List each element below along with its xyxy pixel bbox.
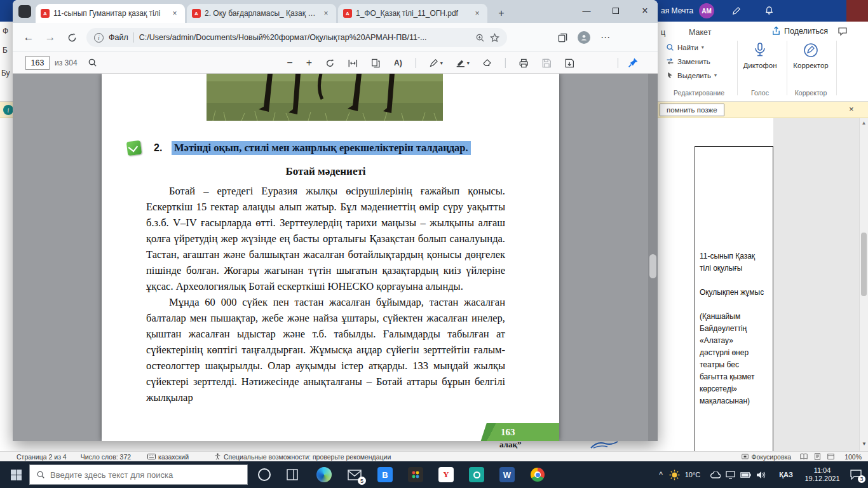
selected-task-text[interactable]: Мәтінді оқып, стилі мен жанрлық ерекшелі… xyxy=(172,141,471,155)
favorite-star-icon[interactable] xyxy=(490,33,499,43)
more-menu-icon[interactable]: ⋯ xyxy=(596,28,615,47)
new-tab-button[interactable]: + xyxy=(494,6,508,20)
chrome-taskbar-icon[interactable] xyxy=(524,461,552,488)
word-scrollbar[interactable]: ▲ ▼ xyxy=(859,118,868,451)
status-page-count[interactable]: Страница 2 из 4 xyxy=(17,453,67,461)
clock[interactable]: 11:04 19.12.2021 xyxy=(799,461,845,488)
mail-taskbar-icon[interactable]: 5 xyxy=(341,461,369,488)
collections-icon[interactable] xyxy=(553,28,572,47)
share-button[interactable]: Поделиться xyxy=(771,26,828,36)
ribbon-tab-fragment[interactable]: ц xyxy=(661,28,665,37)
address-url[interactable]: C:/Users/admin/Documents/Новый%20формат/… xyxy=(139,33,470,42)
yandex-taskbar-icon[interactable]: Y xyxy=(432,461,460,488)
start-button[interactable] xyxy=(5,461,27,488)
draw-pen-icon[interactable]: ▾ xyxy=(430,58,443,67)
maximize-window-button[interactable] xyxy=(604,0,628,22)
ribbon-tab-layout[interactable]: Макет xyxy=(689,28,711,37)
page-view-icon[interactable] xyxy=(371,58,381,68)
cortana-icon[interactable] xyxy=(252,461,277,488)
zoom-out-icon[interactable]: − xyxy=(287,57,292,69)
eraser-icon[interactable] xyxy=(483,58,492,67)
close-window-button[interactable]: × xyxy=(633,0,657,22)
scroll-down-icon[interactable]: ▼ xyxy=(860,441,868,447)
zoom-level[interactable]: 100% xyxy=(844,453,862,461)
account-avatar[interactable]: AM xyxy=(699,3,714,18)
workspace-icon[interactable] xyxy=(18,5,31,18)
profile-avatar[interactable] xyxy=(574,28,593,47)
browser-tab-2[interactable]: A 2. Оқу бағдарламасы_ Қазақ тіл × xyxy=(187,4,336,23)
weather-temp[interactable]: 10°C xyxy=(681,461,704,488)
monitor-icon[interactable] xyxy=(723,461,737,488)
dictate-button[interactable]: Диктофон xyxy=(737,42,783,69)
highlighter-icon[interactable]: ▾ xyxy=(456,58,470,67)
status-word-count[interactable]: Число слов: 372 xyxy=(81,453,131,461)
weather-icon[interactable] xyxy=(667,461,681,488)
speaker-icon[interactable] xyxy=(754,461,768,488)
refresh-button[interactable] xyxy=(62,28,81,47)
replace-button[interactable]: Заменить xyxy=(666,57,710,65)
status-language[interactable]: казахский xyxy=(147,453,189,461)
browser-tab-1[interactable]: A 11-сынып Гуманитар қазақ тілі × xyxy=(36,4,185,23)
select-button[interactable]: Выделить ▾ xyxy=(666,71,717,79)
battery-icon[interactable] xyxy=(738,461,752,488)
browser-tab-3[interactable]: A 1_ФО_Қазақ тілі_11_ОГН.pdf × xyxy=(338,4,487,23)
comments-icon[interactable] xyxy=(837,27,848,37)
search-document-icon[interactable] xyxy=(88,58,97,67)
vk-taskbar-icon[interactable]: В xyxy=(371,461,399,488)
taskbar-search-input[interactable] xyxy=(50,470,241,480)
remind-later-button[interactable]: помнить позже xyxy=(660,104,724,116)
scroll-up-icon[interactable]: ▲ xyxy=(860,118,868,126)
pdf-viewport[interactable]: 2. Мәтінді оқып, стилі мен жанрлық ерекш… xyxy=(13,74,658,441)
web-layout-icon[interactable] xyxy=(827,453,834,460)
close-tab-icon[interactable]: × xyxy=(170,9,180,18)
print-icon[interactable] xyxy=(519,58,529,68)
pdf-toolbar: 163 из 304 − + A) ▾ ▾ xyxy=(13,52,658,74)
save-icon[interactable] xyxy=(542,58,552,68)
task-view-icon[interactable] xyxy=(280,461,305,488)
action-center-icon[interactable]: 3 xyxy=(846,461,865,488)
rotate-icon[interactable] xyxy=(325,58,335,68)
save-as-icon[interactable] xyxy=(565,58,574,68)
word-taskbar-icon[interactable]: W xyxy=(493,461,521,488)
app-grid-taskbar-icon[interactable] xyxy=(402,461,430,488)
close-tab-icon[interactable]: × xyxy=(321,9,331,18)
close-tab-icon[interactable]: × xyxy=(472,9,482,18)
forward-button[interactable]: → xyxy=(41,28,60,47)
textbook-page: 2. Мәтінді оқып, стилі мен жанрлық ерекш… xyxy=(102,74,559,441)
address-bar[interactable]: i Файл C:/Users/admin/Documents/Новый%20… xyxy=(86,28,507,47)
fit-width-icon[interactable] xyxy=(348,58,358,68)
page-number-input[interactable]: 163 xyxy=(25,56,50,70)
doc-text-block: 11-сынып Қазақ тілі оқулығы xyxy=(700,250,764,274)
find-button[interactable]: Найти ▾ xyxy=(666,43,704,51)
status-accessibility[interactable]: Специальные возможности: проверьте реком… xyxy=(214,453,391,461)
focus-mode-button[interactable]: Фокусировка xyxy=(742,453,791,461)
scrollbar-thumb[interactable] xyxy=(649,254,656,278)
teal-app-taskbar-icon[interactable] xyxy=(463,461,491,488)
read-aloud-icon[interactable]: A) xyxy=(394,58,402,67)
pdf-scrollbar[interactable] xyxy=(648,74,658,441)
pin-toolbar-icon[interactable] xyxy=(628,57,639,68)
keyboard-icon xyxy=(147,454,156,459)
taskbar-search[interactable] xyxy=(29,461,248,488)
editor-button[interactable]: Корректор xyxy=(788,42,834,69)
word-document-title: ая Мечта xyxy=(661,6,693,15)
tray-expand-icon[interactable]: ^ xyxy=(654,461,667,488)
toolbar-divider xyxy=(416,58,416,68)
edge-taskbar-icon[interactable] xyxy=(310,461,338,488)
select-cursor-icon xyxy=(666,71,674,79)
minimize-window-button[interactable]: — xyxy=(574,0,599,22)
print-layout-icon[interactable] xyxy=(814,453,821,460)
back-button[interactable]: ← xyxy=(19,28,38,47)
read-mode-icon[interactable] xyxy=(800,453,808,460)
onedrive-cloud-icon[interactable] xyxy=(708,461,722,488)
ribbon-divider xyxy=(787,41,787,95)
zoom-page-icon[interactable] xyxy=(475,33,485,43)
zoom-in-icon[interactable]: + xyxy=(306,57,312,69)
page-info-icon[interactable]: i xyxy=(94,33,104,43)
close-icon[interactable]: × xyxy=(849,104,854,114)
language-indicator[interactable]: ҚАЗ xyxy=(774,461,798,488)
ink-pen-icon[interactable] xyxy=(732,6,741,15)
bell-icon[interactable] xyxy=(764,6,774,15)
scrollbar-thumb[interactable] xyxy=(861,233,867,296)
lesson-plan-cell[interactable]: 11-сынып Қазақ тілі оқулығы Оқулықпен жұ… xyxy=(700,250,764,419)
